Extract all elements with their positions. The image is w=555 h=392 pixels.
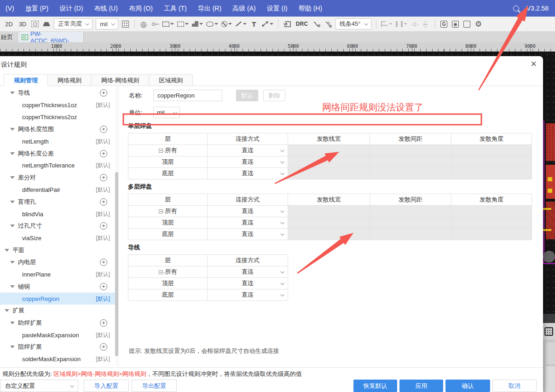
add-rule-icon[interactable]: + bbox=[100, 174, 107, 181]
settings-gear-icon[interactable]: ⚙ bbox=[474, 19, 483, 29]
collapse-arrow-icon[interactable] bbox=[10, 152, 15, 155]
tree-group-19[interactable]: 助焊扩展+ bbox=[0, 317, 118, 329]
add-rule-icon[interactable]: + bbox=[100, 319, 107, 327]
tree-item-10[interactable]: blindVia[默认] bbox=[0, 208, 118, 220]
search-icon[interactable] bbox=[513, 6, 519, 12]
route-tool-icon[interactable] bbox=[312, 19, 321, 29]
text-tool-icon[interactable]: T bbox=[250, 19, 258, 29]
menu-item-9[interactable]: 帮助 (H) bbox=[293, 0, 328, 17]
dialog-tab-0[interactable]: 规则管理 bbox=[4, 74, 48, 86]
drc-button[interactable]: DRC bbox=[295, 20, 309, 28]
measure-tool-icon[interactable] bbox=[261, 19, 273, 29]
tree-group-13[interactable]: 平面 bbox=[0, 244, 118, 256]
collapse-arrow-icon[interactable] bbox=[10, 261, 15, 264]
connection-select[interactable]: 直连 bbox=[208, 206, 288, 217]
line-angle-select[interactable]: 线条45° bbox=[335, 18, 371, 29]
rule-unit-select[interactable]: mil bbox=[153, 107, 180, 118]
collapse-arrow-icon[interactable] bbox=[10, 176, 15, 179]
menu-item-5[interactable]: 工具 (T) bbox=[158, 0, 192, 17]
tree-item-6[interactable]: netLengthTolerance[默认] bbox=[0, 160, 118, 172]
add-rule-icon[interactable]: + bbox=[100, 283, 107, 290]
net-tool-icon[interactable] bbox=[324, 19, 332, 29]
close-icon[interactable]: × bbox=[531, 58, 537, 70]
ellipse-tool-icon[interactable] bbox=[206, 19, 218, 29]
brightness-select[interactable]: 正常亮度 bbox=[54, 18, 92, 29]
tree-group-14[interactable]: 内电层+ bbox=[0, 256, 118, 268]
tree-expander-icon[interactable] bbox=[159, 270, 163, 274]
tree-group-3[interactable]: 网络长度范围+ bbox=[0, 123, 118, 135]
dashed-rect-tool-icon[interactable] bbox=[177, 19, 189, 29]
add-rule-icon[interactable]: + bbox=[100, 126, 107, 133]
tree-item-15[interactable]: innerPlane[默认] bbox=[0, 268, 118, 280]
line-tool-icon[interactable] bbox=[235, 19, 247, 29]
confirm-button[interactable]: 确认 bbox=[445, 380, 490, 392]
tab-document[interactable]: PW-ACDC_65WD-... bbox=[17, 32, 84, 42]
connection-select[interactable]: 直连 bbox=[208, 266, 288, 278]
tree-item-22[interactable]: solderMaskExpansion[默认] bbox=[0, 353, 118, 365]
menu-item-8[interactable]: 设置 (I) bbox=[261, 0, 293, 17]
grid-panel-icon[interactable] bbox=[544, 327, 553, 336]
view-2d-button[interactable]: 2D bbox=[4, 20, 14, 29]
connection-select[interactable]: 直连 bbox=[208, 289, 288, 301]
tree-scrollbar-thumb[interactable] bbox=[115, 172, 118, 356]
tree-item-2[interactable]: copperThickness2oz bbox=[0, 111, 118, 123]
collapse-arrow-icon[interactable] bbox=[5, 309, 9, 312]
import-config-button[interactable]: 导入配置 bbox=[84, 380, 129, 392]
tree-group-7[interactable]: 差分对+ bbox=[0, 172, 118, 184]
tree-expander-icon[interactable] bbox=[159, 209, 163, 213]
menu-item-6[interactable]: 导出 (R) bbox=[192, 0, 227, 17]
menu-item-2[interactable]: 设计 (D) bbox=[54, 0, 88, 17]
tree-group-21[interactable]: 阻焊扩展+ bbox=[0, 341, 118, 353]
tree-item-17[interactable]: copperRegion[默认] bbox=[0, 293, 118, 305]
connection-select[interactable]: 直连 bbox=[208, 278, 288, 289]
polygon-tool-icon[interactable] bbox=[192, 19, 203, 29]
set-default-button[interactable]: 默认 bbox=[236, 90, 258, 101]
collapse-arrow-icon[interactable] bbox=[10, 201, 15, 203]
tree-group-18[interactable]: 扩展 bbox=[0, 305, 118, 317]
board-3d-preview-icon[interactable] bbox=[42, 19, 51, 29]
connection-select[interactable]: 直连 bbox=[208, 217, 288, 229]
tree-group-5[interactable]: 网络长度公差+ bbox=[0, 147, 118, 159]
collapse-arrow-icon[interactable] bbox=[5, 249, 9, 252]
tree-group-16[interactable]: 铺铜+ bbox=[0, 281, 118, 293]
dock-scroll-thumb[interactable] bbox=[546, 366, 555, 392]
collapse-arrow-icon[interactable] bbox=[10, 285, 15, 288]
apply-button[interactable]: 应用 bbox=[399, 380, 443, 392]
tree-group-0[interactable]: 导线+ bbox=[0, 87, 118, 99]
collapse-arrow-icon[interactable] bbox=[10, 92, 15, 94]
add-rule-icon[interactable]: + bbox=[100, 89, 107, 97]
unit-select[interactable]: mil bbox=[96, 18, 118, 29]
tree-scrollbar[interactable] bbox=[115, 87, 118, 365]
connection-select[interactable]: 直连 bbox=[208, 229, 288, 240]
add-rule-icon[interactable]: + bbox=[100, 198, 107, 206]
dock-scroll-thumb[interactable] bbox=[546, 342, 555, 364]
tree-item-8[interactable]: differentialPair[默认] bbox=[0, 184, 118, 196]
menu-item-1[interactable]: 放置 (P) bbox=[20, 0, 54, 17]
tree-item-1[interactable]: copperThickness1oz[默认] bbox=[0, 99, 118, 111]
connection-select[interactable]: 直连 bbox=[208, 145, 288, 156]
tree-item-20[interactable]: pasteMaskExpansion[默认] bbox=[0, 329, 118, 341]
tree-item-12[interactable]: viaSize[默认] bbox=[0, 232, 118, 244]
pin-tool-icon[interactable] bbox=[151, 19, 159, 29]
pad-tool-icon[interactable]: ◎ bbox=[139, 19, 148, 29]
export-file-icon[interactable]: ◉ bbox=[451, 19, 460, 29]
collapse-arrow-icon[interactable] bbox=[10, 322, 15, 324]
panel-icon[interactable] bbox=[463, 19, 471, 29]
add-rule-icon[interactable]: + bbox=[100, 222, 107, 230]
config-select[interactable]: 自定义配置 bbox=[0, 380, 78, 392]
export-config-button[interactable]: 导出配置 bbox=[132, 380, 177, 392]
tree-group-11[interactable]: 过孔尺寸+ bbox=[0, 220, 118, 232]
add-rule-icon[interactable]: + bbox=[100, 259, 107, 266]
delete-rule-button[interactable]: 删除 bbox=[263, 90, 285, 101]
rule-name-input[interactable] bbox=[153, 90, 222, 101]
dialog-tab-3[interactable]: 区域规则 bbox=[149, 74, 193, 86]
cancel-button[interactable]: 取消 bbox=[492, 380, 537, 392]
gerber-icon[interactable]: G bbox=[440, 19, 448, 29]
dialog-tab-1[interactable]: 网络规则 bbox=[47, 74, 92, 86]
tab-home[interactable]: 始页 bbox=[0, 32, 17, 42]
import-icon[interactable] bbox=[283, 19, 291, 29]
menu-item-0[interactable]: (V) bbox=[0, 0, 20, 17]
dialog-tab-2[interactable]: 网络-网络规则 bbox=[91, 74, 149, 86]
tree-item-4[interactable]: netLength[默认] bbox=[0, 135, 118, 147]
collapse-arrow-icon[interactable] bbox=[10, 225, 15, 227]
